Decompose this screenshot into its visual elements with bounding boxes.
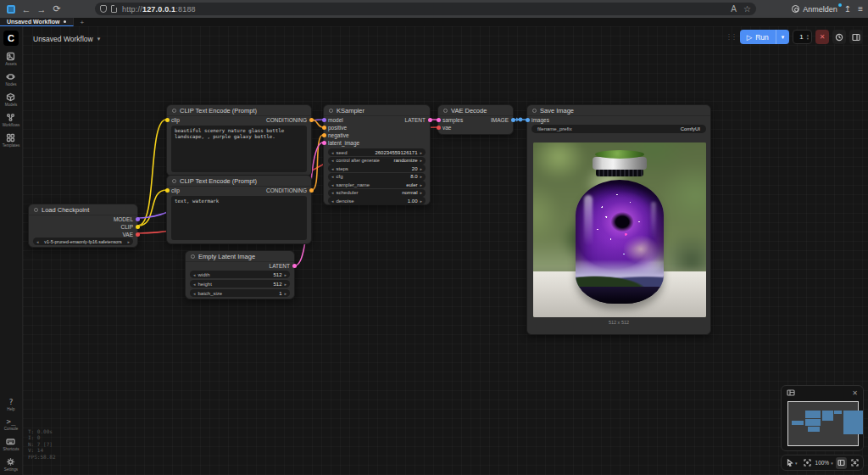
output-clip[interactable]: CLIP: [121, 223, 133, 230]
node-ksampler[interactable]: KSampler model LATENT positive negative …: [323, 104, 431, 205]
next-value-icon[interactable]: ▸: [420, 198, 422, 204]
next-value-icon[interactable]: ▸: [284, 291, 287, 296]
node-empty-latent-image[interactable]: Empty Latent Image LATENT ◂width512▸ ◂he…: [185, 250, 295, 299]
conditioning-port-dot[interactable]: [322, 126, 326, 130]
run-options-chevron[interactable]: ▾: [776, 30, 790, 44]
model-port-dot[interactable]: [136, 217, 140, 221]
tab-unsaved-workflow[interactable]: Unsaved Workflow: [0, 18, 74, 26]
generated-image-preview[interactable]: [533, 142, 706, 317]
sidebar-item-templates[interactable]: Templates: [3, 133, 20, 148]
browser-menu-icon[interactable]: ≡: [858, 4, 863, 14]
cancel-run-button[interactable]: ✕: [815, 30, 829, 44]
bookmark-star-icon[interactable]: ☆: [743, 4, 751, 14]
input-images[interactable]: images: [531, 116, 549, 123]
next-value-icon[interactable]: ▸: [420, 190, 422, 195]
sampler-name-widget[interactable]: ◂sampler_nameeuler▸: [328, 181, 426, 188]
node-header[interactable]: CLIP Text Encode (Prompt): [167, 176, 311, 187]
comfyui-logo[interactable]: C: [3, 31, 19, 46]
graph-canvas[interactable]: [23, 26, 868, 475]
prompt-textarea[interactable]: beautiful scenery nature glass bottle la…: [171, 126, 307, 172]
input-samples[interactable]: samples: [442, 116, 463, 123]
collapse-dot-icon[interactable]: [532, 109, 537, 113]
node-save-image[interactable]: Save Image images filename_prefix ComfyU…: [526, 104, 711, 335]
prev-value-icon[interactable]: ◂: [193, 282, 196, 287]
minimap-view[interactable]: [787, 401, 859, 446]
prev-value-icon[interactable]: ◂: [331, 150, 334, 155]
input-vae[interactable]: vae: [442, 124, 451, 131]
next-value-icon[interactable]: ▸: [127, 239, 130, 244]
input-clip[interactable]: clip: [171, 116, 180, 123]
signin-button[interactable]: Anmelden: [792, 5, 837, 14]
latent-port-dot[interactable]: [428, 118, 432, 122]
queue-count-input[interactable]: 1 ▴▾: [793, 30, 812, 44]
output-conditioning[interactable]: CONDITIONING: [266, 187, 307, 193]
next-value-icon[interactable]: ▸: [420, 150, 422, 155]
new-tab-button[interactable]: +: [74, 18, 92, 26]
prev-value-icon[interactable]: ◂: [331, 174, 334, 179]
prev-value-icon[interactable]: ◂: [193, 291, 196, 296]
sidebar-item-nodes[interactable]: Nodes: [5, 72, 16, 87]
collapse-dot-icon[interactable]: [172, 109, 176, 113]
output-image[interactable]: IMAGE: [491, 116, 509, 123]
control-after-generate-widget[interactable]: ◂control after generaterandomize▸: [328, 157, 426, 165]
sidebar-item-workflows[interactable]: Workflows: [3, 113, 20, 127]
fullscreen-button[interactable]: [849, 457, 860, 469]
url-text[interactable]: http://127.0.0.1:8188: [122, 5, 196, 14]
prev-value-icon[interactable]: ◂: [331, 198, 334, 204]
seed-widget[interactable]: ◂seed260234559126171▸: [328, 148, 426, 156]
clip-port-dot[interactable]: [136, 225, 140, 229]
prev-value-icon[interactable]: ◂: [331, 166, 334, 171]
next-value-icon[interactable]: ▸: [284, 272, 287, 277]
latent-port-dot[interactable]: [322, 141, 326, 145]
workflow-name-button[interactable]: Unsaved Workflow ▾: [26, 31, 107, 47]
node-clip-text-encode-positive[interactable]: CLIP Text Encode (Prompt) clip CONDITION…: [166, 104, 312, 176]
node-header[interactable]: CLIP Text Encode (Prompt): [167, 105, 311, 116]
node-vae-decode[interactable]: VAE Decode samples IMAGE vae: [437, 104, 514, 135]
latent-port-dot[interactable]: [437, 118, 441, 122]
conditioning-port-dot[interactable]: [309, 118, 314, 122]
history-button[interactable]: [832, 30, 846, 44]
sidebar-item-console[interactable]: >_ Console: [4, 417, 19, 431]
browser-logo-icon[interactable]: [7, 5, 15, 14]
toggle-panel-button[interactable]: [849, 30, 863, 44]
back-button[interactable]: ←: [19, 4, 34, 14]
model-port-dot[interactable]: [322, 118, 326, 122]
steps-widget[interactable]: ◂steps20▸: [328, 165, 426, 172]
sidebar-item-help[interactable]: ? Help: [7, 398, 14, 411]
run-button[interactable]: ▷Run ▾: [740, 30, 790, 44]
node-header[interactable]: KSampler: [324, 105, 430, 116]
reload-button[interactable]: ⟳: [49, 3, 64, 14]
input-latent-image[interactable]: latent_image: [328, 139, 359, 146]
next-value-icon[interactable]: ▸: [420, 158, 422, 163]
next-value-icon[interactable]: ▸: [284, 282, 287, 287]
node-header[interactable]: Save Image: [527, 105, 710, 116]
scheduler-widget[interactable]: ◂schedulernormal▸: [328, 189, 426, 197]
minimap-close-icon[interactable]: ✕: [852, 389, 858, 397]
collapse-dot-icon[interactable]: [172, 179, 176, 183]
prev-value-icon[interactable]: ◂: [331, 182, 334, 187]
node-header[interactable]: Load Checkpoint: [29, 204, 137, 215]
stepper-down-icon[interactable]: ▾: [807, 37, 809, 41]
fit-view-button[interactable]: [802, 457, 813, 469]
sidebar-item-assets[interactable]: Assets: [5, 52, 17, 66]
input-positive[interactable]: positive: [328, 124, 347, 131]
output-model[interactable]: MODEL: [114, 215, 133, 222]
zoom-level-button[interactable]: 100% ▾: [815, 460, 833, 466]
denoise-widget[interactable]: ◂denoise1.00▸: [328, 197, 426, 204]
sidebar-item-models[interactable]: Models: [5, 92, 18, 107]
output-conditioning[interactable]: CONDITIONING: [266, 116, 307, 123]
filename-prefix-widget[interactable]: filename_prefix ComfyUI: [531, 125, 706, 133]
output-latent[interactable]: LATENT: [405, 116, 426, 123]
next-value-icon[interactable]: ▸: [420, 174, 422, 179]
clip-port-dot[interactable]: [165, 118, 170, 122]
conditioning-port-dot[interactable]: [309, 188, 314, 193]
output-vae[interactable]: VAE: [122, 231, 133, 238]
forward-button[interactable]: →: [34, 4, 49, 14]
share-icon[interactable]: ↥: [844, 4, 851, 14]
translate-icon[interactable]: A: [731, 4, 737, 14]
input-model[interactable]: model: [328, 116, 343, 123]
image-port-dot[interactable]: [526, 118, 530, 122]
vae-port-dot[interactable]: [136, 232, 140, 237]
prev-value-icon[interactable]: ◂: [193, 272, 196, 277]
clip-port-dot[interactable]: [165, 188, 170, 193]
